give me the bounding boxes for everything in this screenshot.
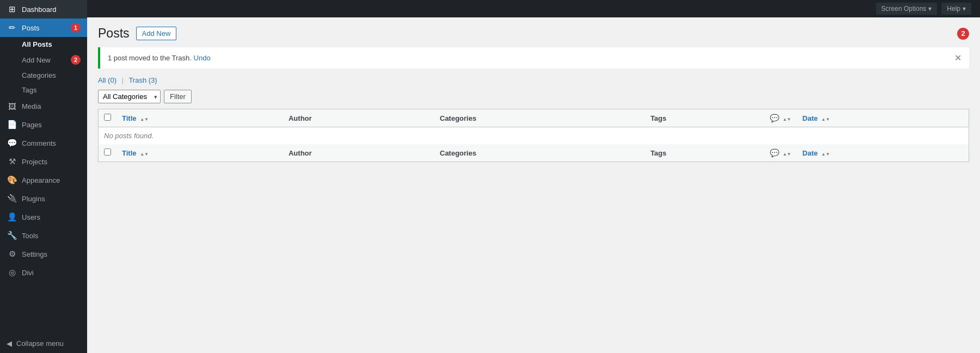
chevron-down-icon: ▾ [963, 5, 966, 13]
posts-badge: 1 [71, 23, 81, 33]
title-footer-sort-link[interactable]: Title ▲▼ [122, 149, 149, 157]
posts-submenu: All Posts Add New 2 Categories Tags [0, 37, 87, 97]
submenu-tags[interactable]: Tags [0, 83, 87, 97]
no-posts-row: No posts found. [99, 127, 969, 145]
category-select[interactable]: All Categories [98, 90, 161, 103]
sidebar-item-label: Media [22, 102, 41, 110]
sidebar: ⊞ Dashboard ✏ Posts 1 All Posts Add New … [0, 0, 87, 353]
filter-button[interactable]: Filter [164, 90, 192, 103]
collapse-icon: ◀ [7, 339, 12, 348]
undo-link[interactable]: Undo [194, 54, 211, 62]
table-header-categories: Categories [434, 109, 645, 127]
submenu-add-new[interactable]: Add New 2 [0, 52, 87, 68]
table-footer-date: Date ▲▼ [797, 144, 969, 162]
divi-icon: ◎ [7, 268, 17, 277]
comments-icon: 💬 [7, 138, 17, 148]
plugins-icon: 🔌 [7, 194, 17, 203]
filter-row: All Categories Filter [98, 90, 969, 103]
table-footer-row: Title ▲▼ Author Categories Tags 💬 [99, 144, 969, 162]
date-sort-arrows: ▲▼ [822, 117, 830, 122]
select-all-checkbox[interactable] [104, 114, 111, 121]
projects-icon: ⚒ [7, 157, 17, 166]
sidebar-item-label: Pages [22, 121, 42, 129]
date-footer-sort-link[interactable]: Date ▲▼ [803, 149, 830, 157]
sidebar-item-label: Appearance [22, 176, 60, 184]
sidebar-item-label: Plugins [22, 195, 45, 203]
sidebar-item-pages[interactable]: 📄 Pages [0, 115, 87, 134]
help-button[interactable]: Help ▾ [941, 3, 971, 15]
appearance-icon: 🎨 [7, 175, 17, 185]
table-header-checkbox [99, 109, 117, 127]
tab-trash[interactable]: Trash (3) [128, 76, 157, 84]
sidebar-item-tools[interactable]: 🔧 Tools [0, 226, 87, 245]
sidebar-item-plugins[interactable]: 🔌 Plugins [0, 189, 87, 208]
posts-icon: ✏ [7, 23, 17, 33]
posts-table: Title ▲▼ Author Categories Tags 💬 [98, 109, 969, 162]
table-footer-author: Author [283, 144, 434, 162]
sidebar-item-label: Settings [22, 250, 47, 258]
page-badge: 2 [957, 28, 969, 40]
users-icon: 👤 [7, 212, 17, 222]
table-header-author: Author [283, 109, 434, 127]
sidebar-item-divi[interactable]: ◎ Divi [0, 263, 87, 282]
sidebar-item-label: Posts [22, 24, 40, 32]
sidebar-item-label: Comments [22, 139, 56, 147]
chevron-down-icon: ▾ [928, 5, 932, 13]
submenu-categories[interactable]: Categories [0, 68, 87, 83]
comments-sort-arrows: ▲▼ [782, 117, 791, 122]
page-title: Posts [98, 26, 130, 41]
media-icon: 🖼 [7, 102, 17, 111]
tab-links: All (0) | Trash (3) [98, 76, 969, 84]
table-header-comments: 💬 ▲▼ [764, 109, 797, 127]
add-new-badge: 2 [71, 55, 81, 65]
main-area: Screen Options ▾ Help ▾ Posts Add New 2 … [87, 0, 980, 353]
title-sort-arrows: ▲▼ [140, 117, 149, 122]
notice-message: 1 post moved to the Trash. Undo [108, 54, 211, 62]
sidebar-item-media[interactable]: 🖼 Media [0, 97, 87, 115]
select-all-footer-checkbox[interactable] [104, 148, 111, 156]
tab-separator: | [122, 76, 124, 84]
title-sort-link[interactable]: Title ▲▼ [122, 114, 149, 122]
add-new-button[interactable]: Add New [136, 27, 177, 40]
date-sort-link[interactable]: Date ▲▼ [803, 114, 830, 122]
page-header: Posts Add New 2 [98, 26, 969, 41]
table-header-date: Date ▲▼ [797, 109, 969, 127]
sidebar-item-dashboard[interactable]: ⊞ Dashboard [0, 0, 87, 18]
notice-close-button[interactable]: ✕ [954, 53, 961, 63]
sidebar-item-label: Tools [22, 232, 38, 240]
comments-footer-icon: 💬 [770, 148, 779, 157]
topbar: Screen Options ▾ Help ▾ [87, 0, 980, 17]
sidebar-item-label: Users [22, 213, 40, 221]
comments-footer-sort-arrows: ▲▼ [782, 152, 791, 157]
category-select-wrapper: All Categories [98, 90, 161, 103]
sidebar-item-users[interactable]: 👤 Users [0, 208, 87, 226]
sidebar-item-label: Projects [22, 158, 47, 166]
no-posts-cell: No posts found. [99, 127, 969, 145]
table-header-tags: Tags [645, 109, 764, 127]
sidebar-item-projects[interactable]: ⚒ Projects [0, 152, 87, 171]
title-footer-sort-arrows: ▲▼ [140, 152, 149, 157]
sidebar-item-appearance[interactable]: 🎨 Appearance [0, 171, 87, 189]
date-footer-sort-arrows: ▲▼ [822, 152, 830, 157]
submenu-all-posts[interactable]: All Posts [0, 37, 87, 52]
sidebar-item-label: Dashboard [22, 5, 57, 14]
trash-notice: 1 post moved to the Trash. Undo ✕ [98, 47, 969, 69]
settings-icon: ⚙ [7, 249, 17, 259]
table-footer-comments: 💬 ▲▼ [764, 144, 797, 162]
table-header-title: Title ▲▼ [117, 109, 283, 127]
table-header-row: Title ▲▼ Author Categories Tags 💬 [99, 109, 969, 127]
collapse-menu[interactable]: ◀ Collapse menu [0, 334, 87, 353]
tools-icon: 🔧 [7, 231, 17, 240]
screen-options-button[interactable]: Screen Options ▾ [876, 3, 938, 15]
tab-all[interactable]: All (0) [98, 76, 119, 84]
table-footer-categories: Categories [434, 144, 645, 162]
table-footer-tags: Tags [645, 144, 764, 162]
sidebar-item-comments[interactable]: 💬 Comments [0, 134, 87, 152]
comments-header-icon: 💬 [770, 114, 779, 122]
table-footer-checkbox [99, 144, 117, 162]
sidebar-item-posts[interactable]: ✏ Posts 1 [0, 18, 87, 37]
content-area: Posts Add New 2 1 post moved to the Tras… [87, 17, 980, 353]
sidebar-item-settings[interactable]: ⚙ Settings [0, 245, 87, 263]
sidebar-item-label: Divi [22, 269, 34, 277]
table-footer-title: Title ▲▼ [117, 144, 283, 162]
